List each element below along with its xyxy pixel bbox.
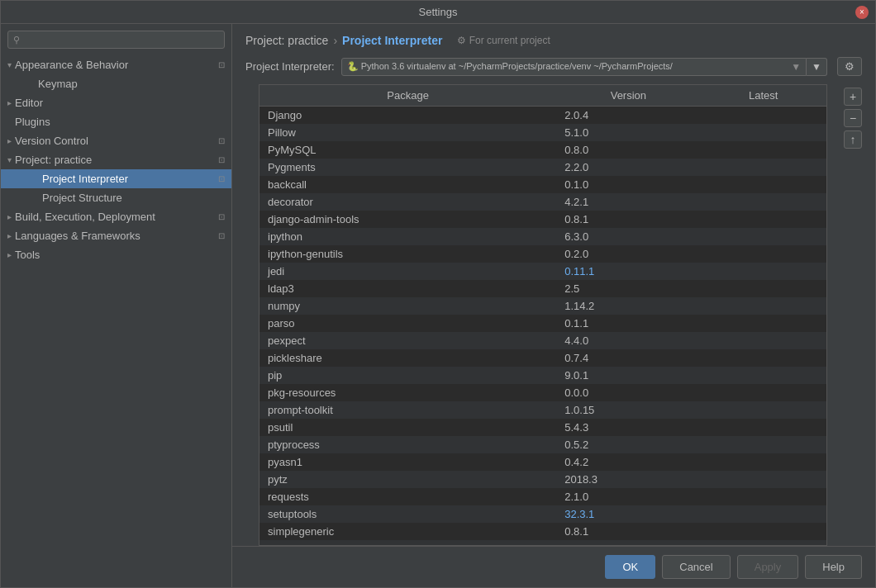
table-row[interactable]: pip9.0.1 (259, 367, 826, 384)
table-row[interactable]: setuptools32.3.1 (259, 505, 826, 523)
interpreter-dropdown-button[interactable]: ▼ (807, 58, 827, 76)
table-row[interactable]: six1.11.0 (259, 540, 826, 546)
interpreter-label: Project Interpreter: (245, 60, 335, 73)
table-row[interactable]: ldap32.5 (259, 280, 826, 297)
package-version: 2.5 (556, 280, 700, 297)
cancel-button[interactable]: Cancel (662, 555, 730, 579)
package-version: 1.11.0 (556, 540, 700, 546)
sidebar-item-label: Project Structure (42, 192, 122, 204)
package-version: 2018.3 (556, 471, 700, 488)
package-name: ptyprocess (259, 436, 556, 453)
package-version: 0.1.1 (556, 315, 700, 332)
close-button[interactable]: × (855, 6, 869, 19)
table-row[interactable]: PyMySQL0.8.0 (259, 141, 826, 159)
breadcrumb-project: Project: practice (245, 34, 328, 47)
search-box[interactable]: ⚲ (7, 31, 225, 49)
package-version: 0.7.4 (556, 349, 700, 367)
expand-arrow: ▸ (7, 98, 12, 107)
expand-arrow: ▸ (7, 231, 12, 240)
table-row[interactable]: ipython-genutils0.2.0 (259, 245, 826, 263)
package-latest (701, 367, 826, 384)
sidebar-item-plugins[interactable]: ▸Plugins (1, 112, 231, 131)
table-row[interactable]: Django2.0.4 (259, 107, 826, 125)
package-name: backcall (259, 176, 556, 193)
sidebar-item-project-interpreter[interactable]: Project Interpreter⊡ (1, 169, 231, 188)
table-row[interactable]: django-admin-tools0.8.1 (259, 211, 826, 228)
package-name: pkg-resources (259, 384, 556, 401)
table-row[interactable]: backcall0.1.0 (259, 176, 826, 193)
table-row[interactable]: simplegeneric0.8.1 (259, 523, 826, 540)
sidebar-item-label: Editor (15, 97, 43, 109)
package-name: requests (259, 488, 556, 505)
col-version: Version (556, 85, 700, 107)
package-latest (701, 349, 826, 367)
sidebar-item-label: Plugins (15, 116, 50, 128)
package-latest (701, 280, 826, 297)
apply-button[interactable]: Apply (737, 555, 799, 579)
sidebar-item-build-execution-deployment[interactable]: ▸Build, Execution, Deployment⊡ (1, 207, 231, 226)
nav-container: ▾Appearance & Behavior⊡▸Keymap▸Editor▸Pl… (1, 55, 231, 264)
expand-arrow: ▾ (7, 60, 12, 69)
package-name: django-admin-tools (259, 211, 556, 228)
package-latest (701, 107, 826, 125)
help-button[interactable]: Help (805, 555, 862, 579)
sidebar-item-label: Tools (15, 249, 40, 261)
for-current-project: ⚙ For current project (457, 35, 550, 46)
package-latest (701, 436, 826, 453)
package-version: 0.2.0 (556, 245, 700, 263)
package-name: PyMySQL (259, 141, 556, 159)
packages-table-container: Package Version Latest Django2.0.4Pillow… (259, 84, 827, 546)
sidebar-item-keymap[interactable]: ▸Keymap (1, 74, 231, 93)
table-row[interactable]: ipython6.3.0 (259, 228, 826, 245)
search-input[interactable] (23, 34, 219, 45)
table-row[interactable]: pytz2018.3 (259, 471, 826, 488)
search-icon: ⚲ (13, 35, 20, 45)
table-row[interactable]: decorator4.2.1 (259, 193, 826, 211)
package-name: pyasn1 (259, 453, 556, 471)
table-wrapper: Package Version Latest Django2.0.4Pillow… (245, 84, 862, 546)
table-row[interactable]: parso0.1.1 (259, 315, 826, 332)
package-version: 2.1.0 (556, 488, 700, 505)
sidebar-item-project-structure[interactable]: Project Structure (1, 188, 231, 207)
table-row[interactable]: Pillow5.1.0 (259, 124, 826, 141)
indicator-icon: ⊡ (218, 174, 225, 183)
upgrade-package-button[interactable]: ↑ (844, 130, 862, 149)
sidebar-item-tools[interactable]: ▸Tools (1, 245, 231, 264)
sidebar-item-languages-frameworks[interactable]: ▸Languages & Frameworks⊡ (1, 226, 231, 245)
package-latest (701, 523, 826, 540)
add-package-button[interactable]: + (844, 88, 862, 106)
sidebar-item-appearance-behavior[interactable]: ▾Appearance & Behavior⊡ (1, 55, 231, 74)
sidebar-item-editor[interactable]: ▸Editor (1, 93, 231, 112)
package-version: 4.2.1 (556, 193, 700, 211)
table-row[interactable]: pexpect4.4.0 (259, 332, 826, 349)
package-latest (701, 505, 826, 523)
table-row[interactable]: ptyprocess0.5.2 (259, 436, 826, 453)
breadcrumb: Project: practice › Project Interpreter … (232, 24, 875, 54)
package-version: 0.8.0 (556, 141, 700, 159)
package-version: 0.4.2 (556, 453, 700, 471)
package-version: 0.5.2 (556, 436, 700, 453)
package-version: 5.4.3 (556, 419, 700, 436)
package-name: pickleshare (259, 349, 556, 367)
table-row[interactable]: Pygments2.2.0 (259, 159, 826, 176)
interpreter-select[interactable]: 🐍 Python 3.6 virtualenv at ~/PycharmProj… (341, 58, 807, 76)
interpreter-settings-button[interactable]: ⚙ (837, 57, 862, 76)
package-name: parso (259, 315, 556, 332)
ok-button[interactable]: OK (605, 555, 655, 579)
table-row[interactable]: pyasn10.4.2 (259, 453, 826, 471)
package-version: 0.8.1 (556, 211, 700, 228)
table-row[interactable]: requests2.1.0 (259, 488, 826, 505)
package-latest (701, 124, 826, 141)
remove-package-button[interactable]: − (844, 109, 862, 127)
package-latest (701, 332, 826, 349)
sidebar-item-project-practice[interactable]: ▾Project: practice⊡ (1, 150, 231, 169)
package-version: 32.3.1 (556, 505, 700, 523)
sidebar-item-version-control[interactable]: ▸Version Control⊡ (1, 131, 231, 150)
table-row[interactable]: pickleshare0.7.4 (259, 349, 826, 367)
table-row[interactable]: prompt-toolkit1.0.15 (259, 401, 826, 419)
table-row[interactable]: numpy1.14.2 (259, 297, 826, 315)
table-row[interactable]: psutil5.4.3 (259, 419, 826, 436)
table-row[interactable]: jedi0.11.1 (259, 263, 826, 280)
package-name: jedi (259, 263, 556, 280)
table-row[interactable]: pkg-resources0.0.0 (259, 384, 826, 401)
